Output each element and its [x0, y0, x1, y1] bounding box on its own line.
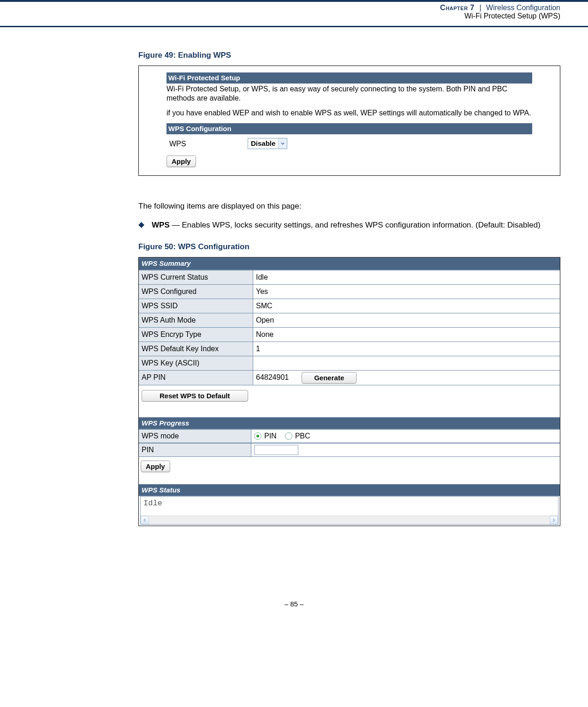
wps-field-label: WPS — [169, 139, 248, 149]
table-row: WPS SSIDSMC — [139, 299, 560, 313]
intro-text: The following items are displayed on thi… — [138, 201, 560, 212]
radio-pin[interactable] — [254, 432, 261, 440]
wps-status-box: Idle — [140, 496, 558, 525]
row-value: Yes — [253, 284, 560, 299]
reset-wps-button[interactable]: Reset WPS to Default — [142, 390, 248, 401]
row-value: Idle — [253, 270, 560, 284]
apply-button[interactable]: Apply — [166, 156, 196, 167]
figure-50-screenshot: WPS Summary WPS Current StatusIdle WPS C… — [138, 257, 560, 526]
row-label: WPS Default Key Index — [139, 342, 253, 356]
table-row: WPS ConfiguredYes — [139, 284, 560, 299]
row-label: WPS Auth Mode — [139, 313, 253, 327]
table-row: AP PIN 64824901 Generate — [139, 370, 560, 385]
row-label: WPS Key (ASCII) — [139, 356, 253, 370]
chevron-down-icon — [278, 138, 287, 149]
wps-summary-header: WPS Summary — [139, 258, 560, 270]
pin-input[interactable] — [254, 445, 298, 455]
bullet-desc: Enables WPS, locks security settings, an… — [182, 221, 540, 229]
wps-desc-1: Wi-Fi Protected Setup, or WPS, is an eas… — [166, 84, 532, 103]
row-label: WPS Encryp Type — [139, 327, 253, 342]
table-row: WPS Key (ASCII) — [139, 356, 560, 370]
wps-summary-table: WPS Current StatusIdle WPS ConfiguredYes… — [139, 270, 560, 385]
wps-config-header: WPS Configuration — [166, 123, 532, 134]
ap-pin-value: 64824901 — [256, 372, 289, 383]
chapter-subtopic: Wi-Fi Protected Setup (WPS) — [0, 12, 560, 20]
wps-select-value: Disable — [248, 139, 278, 148]
wps-mode-label: WPS mode — [139, 429, 251, 443]
ap-pin-label: AP PIN — [139, 370, 253, 385]
chapter-label: Chapter 7 — [440, 4, 475, 12]
row-value: Open — [253, 313, 560, 327]
page-header: Chapter 7 | Wireless Configuration Wi-Fi… — [0, 2, 588, 24]
table-row: WPS Current StatusIdle — [139, 270, 560, 284]
pin-row: PIN — [139, 443, 560, 457]
page-number: – 85 – — [0, 549, 588, 617]
figure-49-caption: Figure 49: Enabling WPS — [138, 50, 560, 61]
chapter-separator: | — [476, 4, 484, 12]
radio-pin-label: PIN — [264, 431, 277, 441]
wps-setup-header: Wi-Fi Protected Setup — [166, 72, 532, 84]
scroll-left-icon[interactable] — [141, 516, 149, 524]
chapter-topic: Wireless Configuration — [486, 4, 560, 12]
apply-button-2[interactable]: Apply — [141, 461, 170, 472]
row-label: WPS Current Status — [139, 270, 253, 284]
row-value: SMC — [253, 299, 560, 313]
figure-49-screenshot: Wi-Fi Protected Setup Wi-Fi Protected Se… — [138, 66, 560, 176]
radio-pbc[interactable] — [285, 432, 292, 440]
wps-desc-2: if you have enabled WEP and wish to enab… — [166, 108, 532, 118]
pin-label: PIN — [139, 443, 251, 457]
table-row: WPS Auth ModeOpen — [139, 313, 560, 327]
wps-status-value: Idle — [143, 499, 162, 508]
horizontal-scrollbar[interactable] — [141, 515, 558, 524]
diamond-bullet-icon: ◆ — [138, 220, 152, 231]
scroll-right-icon[interactable] — [550, 516, 558, 524]
bullet-wps: ◆ WPS — Enables WPS, locks security sett… — [138, 220, 560, 231]
row-value: None — [253, 327, 560, 342]
bullet-term: WPS — [152, 221, 170, 229]
wps-mode-row: WPS mode PIN PBC — [139, 429, 560, 443]
table-row: WPS Default Key Index1 — [139, 342, 560, 356]
figure-50-caption: Figure 50: WPS Configuration — [138, 242, 560, 252]
wps-progress-header: WPS Progress — [139, 417, 560, 429]
row-value — [253, 356, 560, 370]
table-row: WPS Encryp TypeNone — [139, 327, 560, 342]
row-label: WPS SSID — [139, 299, 253, 313]
row-value: 1 — [253, 342, 560, 356]
wps-status-header: WPS Status — [139, 484, 560, 496]
wps-select[interactable]: Disable — [248, 138, 287, 149]
generate-button[interactable]: Generate — [302, 372, 356, 383]
bullet-sep: — — [170, 221, 182, 229]
radio-pbc-label: PBC — [295, 431, 310, 441]
row-label: WPS Configured — [139, 284, 253, 299]
